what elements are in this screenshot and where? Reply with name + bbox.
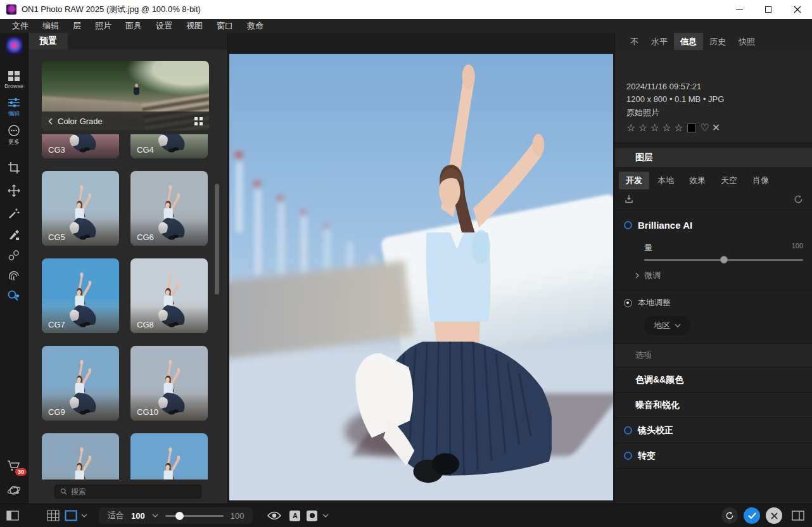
edit-label: 编辑	[8, 110, 20, 118]
preset-thumb-CG5[interactable]: CG5	[42, 171, 119, 246]
zoom-tool-button[interactable]	[7, 289, 21, 302]
mask-brush-tool-button[interactable]	[8, 229, 20, 241]
zoom-chevron-icon[interactable]	[152, 514, 158, 517]
local-adjust-row[interactable]: 本地调整	[615, 291, 812, 315]
edit-tab-4[interactable]: 肖像	[745, 172, 776, 189]
smudge-tool-button[interactable]	[8, 269, 20, 282]
reset-edits-button[interactable]	[721, 507, 738, 524]
overlay-chevron-icon[interactable]	[322, 514, 329, 517]
info-tab-3[interactable]: 历史	[703, 33, 732, 50]
develop-section-0[interactable]: 色调&&颜色	[615, 367, 812, 393]
preset-thumb-CG4[interactable]: CG4	[130, 134, 208, 158]
pole-red-tip	[235, 152, 243, 158]
edit-tab-1[interactable]: 本地	[650, 172, 681, 189]
zoom-level[interactable]: 100	[131, 511, 145, 521]
preset-thumb-partial-9[interactable]	[130, 433, 208, 479]
brilliance-toggle[interactable]	[624, 221, 632, 229]
pole-red-tip	[301, 210, 305, 214]
amount-slider-knob[interactable]	[720, 256, 728, 264]
browse-module-button[interactable]: Browse	[4, 70, 23, 89]
mask-view-button[interactable]	[307, 511, 317, 521]
preset-thumb-CG3[interactable]: CG3	[42, 134, 119, 158]
close-button[interactable]	[783, 0, 812, 19]
preset-list[interactable]: CG3 CG4 CG5	[42, 134, 213, 479]
grid-view-icon[interactable]	[194, 117, 203, 125]
cancel-button[interactable]	[766, 507, 782, 524]
preset-category-card[interactable]: Color Grade	[42, 61, 209, 130]
zoom-slider-knob[interactable]	[175, 512, 184, 520]
menu-item-7[interactable]: 窗口	[210, 19, 240, 33]
crop-tool-button[interactable]	[8, 162, 20, 174]
reset-icon[interactable]	[794, 194, 803, 204]
single-view-toggle-icon[interactable]	[65, 510, 77, 521]
menu-item-8[interactable]: 救命	[240, 19, 270, 33]
fine-tune-row[interactable]: 微调	[615, 261, 812, 291]
photo-canvas[interactable]	[228, 33, 614, 504]
region-dropdown[interactable]: 地区	[644, 316, 690, 335]
maximize-button[interactable]	[754, 0, 783, 19]
brush-icon	[8, 229, 20, 241]
photo-view[interactable]	[229, 54, 613, 500]
preset-thumb-CG7[interactable]: CG7	[42, 258, 119, 333]
menu-item-4[interactable]: 面具	[118, 19, 149, 33]
section-toggle[interactable]	[624, 452, 632, 460]
clone-tool-button[interactable]	[8, 249, 20, 262]
view-mode-chevron-icon[interactable]	[81, 514, 87, 517]
minimize-icon	[736, 10, 743, 10]
close-icon	[794, 6, 801, 13]
amount-value: 100	[792, 242, 803, 253]
search-input[interactable]	[71, 487, 196, 496]
preset-thumb-CG9[interactable]: CG9	[42, 346, 119, 421]
menu-item-2[interactable]: 层	[66, 19, 88, 33]
edit-tab-3[interactable]: 天空	[714, 172, 744, 189]
info-tab-2[interactable]: 信息	[674, 33, 703, 50]
more-module-button[interactable]: 更多	[8, 124, 20, 146]
amount-slider[interactable]	[644, 259, 803, 261]
import-preset-icon[interactable]	[624, 194, 634, 204]
grid-view-toggle-icon[interactable]	[47, 510, 60, 521]
edit-module-button[interactable]: 编辑	[8, 97, 20, 118]
like-heart-icon[interactable]: ♡	[701, 122, 709, 134]
options-header[interactable]: 选项	[615, 343, 812, 367]
section-toggle[interactable]	[624, 426, 632, 435]
store-cart-button[interactable]: 30	[7, 459, 21, 474]
menu-item-6[interactable]: 视图	[179, 19, 210, 33]
zoom-slider[interactable]	[165, 515, 224, 517]
info-tab-4[interactable]: 快照	[732, 33, 761, 50]
menu-item-3[interactable]: 照片	[88, 19, 118, 33]
edit-tab-2[interactable]: 效果	[682, 172, 713, 189]
info-tab-0[interactable]: 不	[624, 33, 645, 50]
zoom-control: 适合 100 100	[99, 507, 253, 524]
back-chevron-icon[interactable]	[48, 118, 53, 125]
preset-thumb-CG8[interactable]: CG8	[130, 258, 208, 333]
preview-eye-icon[interactable]	[267, 511, 282, 521]
preset-thumb-CG6[interactable]: CG6	[130, 171, 208, 246]
menu-item-1[interactable]: 编辑	[35, 19, 66, 33]
preset-scrollbar[interactable]	[215, 184, 219, 295]
edit-tab-0[interactable]: 开发	[619, 172, 649, 189]
star-rating[interactable]: ☆ ☆ ☆ ☆ ☆	[626, 122, 683, 134]
compare-overlay-button[interactable]: A	[289, 511, 300, 521]
sync-globe-button[interactable]	[7, 483, 21, 497]
accept-button[interactable]	[744, 507, 760, 524]
left-panel-toggle-icon[interactable]	[6, 511, 19, 521]
menu-item-0[interactable]: 文件	[5, 19, 35, 33]
right-panel-toggle-icon[interactable]	[792, 511, 804, 521]
reject-icon[interactable]: ✕	[712, 122, 720, 134]
layers-header[interactable]: 图层	[615, 148, 812, 167]
orbit-globe-icon	[7, 483, 21, 497]
color-label-swatch[interactable]	[687, 124, 696, 132]
develop-section-3[interactable]: 转变	[615, 443, 812, 469]
preset-thumb-CG10[interactable]: CG10	[130, 346, 208, 421]
develop-section-2[interactable]: 镜头校正	[615, 418, 812, 443]
info-tab-1[interactable]: 水平	[645, 33, 674, 50]
preset-search[interactable]	[54, 485, 201, 498]
preset-thumb-partial-8[interactable]	[42, 433, 119, 479]
fit-button[interactable]: 适合	[108, 510, 124, 521]
develop-section-1[interactable]: 噪音和锐化	[615, 393, 812, 418]
menu-item-5[interactable]: 设置	[149, 19, 179, 33]
wand-tool-button[interactable]	[8, 207, 20, 220]
minimize-button[interactable]	[725, 0, 754, 19]
move-tool-button[interactable]	[8, 184, 20, 197]
presets-tab[interactable]: 预置	[29, 33, 68, 49]
